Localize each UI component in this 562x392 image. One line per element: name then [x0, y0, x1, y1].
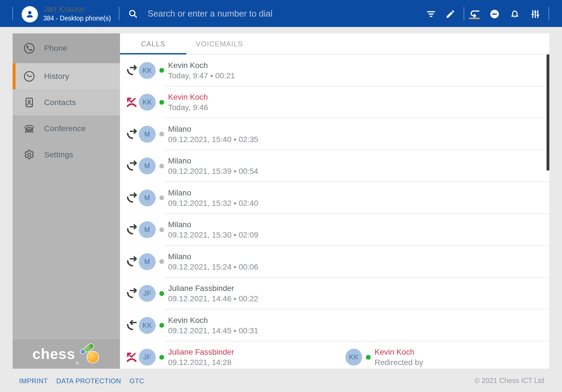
outgoing-call-icon — [125, 64, 138, 77]
outgoing-call-icon — [125, 287, 138, 300]
sidebar-item-label: Settings — [44, 150, 73, 159]
calls-list: KKKevin KochToday, 9:47 • 00:21KKKevin K… — [120, 54, 549, 369]
presence-dot — [159, 68, 164, 73]
app-header: Jan Krause 384 - Desktop phone(s) — [0, 0, 562, 27]
outgoing-call-icon — [125, 159, 138, 172]
contact-avatar: KK — [139, 317, 156, 334]
call-log-row[interactable]: MMilano09.12.2021, 15:40 • 02:35 — [120, 118, 549, 150]
do-not-disturb-icon[interactable] — [488, 8, 501, 20]
contact-avatar: M — [139, 221, 156, 238]
sidebar-item-history[interactable]: History — [13, 63, 120, 89]
call-log-row[interactable]: KKKevin KochToday, 9:46 — [120, 86, 549, 118]
contact-avatar: M — [139, 190, 156, 206]
user-avatar[interactable] — [22, 6, 38, 22]
missed-call-icon — [125, 96, 138, 109]
gtc-link[interactable]: GTC — [130, 377, 144, 385]
call-timestamp: Today, 9:47 • 00:21 — [168, 70, 235, 81]
sidebar-item-label: Contacts — [44, 98, 76, 107]
presence-dot — [159, 323, 164, 328]
contact-avatar: KK — [139, 94, 156, 111]
chess-wordmark: chess — [32, 347, 75, 361]
call-log-row[interactable]: KKKevin KochToday, 9:47 • 00:21 — [120, 54, 549, 86]
contact-avatar: M — [139, 158, 156, 174]
sidebar-item-label: History — [44, 72, 69, 81]
call-log-row[interactable]: MMilano09.12.2021, 15:39 • 00:54 — [120, 150, 549, 182]
sidebar-item-settings[interactable]: Settings — [13, 142, 120, 168]
outgoing-call-icon — [125, 223, 138, 236]
person-icon — [24, 9, 35, 20]
conference-icon — [23, 122, 36, 135]
user-device: 384 - Desktop phone(s) — [43, 14, 111, 22]
contact-name: Milano — [168, 188, 258, 198]
tab-calls[interactable]: CALLS — [120, 33, 186, 54]
contact-name: Kevin Koch — [375, 347, 423, 357]
contacts-icon — [23, 96, 36, 109]
call-timestamp: 09.12.2021, 14:46 • 00:22 — [168, 293, 258, 304]
contact-name: Kevin Koch — [168, 315, 258, 325]
contact-avatar: JF — [139, 285, 156, 302]
contact-name: Milano — [168, 124, 258, 134]
redirect-info: KKKevin KochRedirected by — [345, 341, 423, 369]
sidebar-item-label: Phone — [44, 44, 67, 53]
tune-icon[interactable] — [529, 8, 541, 20]
contact-name: Juliane Fassbinder — [168, 283, 258, 293]
search-input[interactable] — [147, 6, 407, 21]
footer-links: IMPRINT DATA PROTECTION GTC — [19, 377, 144, 385]
contact-name: Juliane Fassbinder — [168, 347, 234, 357]
call-redirect-active-underline — [469, 18, 480, 19]
edit-icon[interactable] — [444, 8, 457, 20]
call-log-row[interactable]: MMilano09.12.2021, 15:24 • 00:06 — [120, 246, 549, 278]
sidebar-item-phone[interactable]: Phone — [13, 33, 120, 63]
settings-icon — [23, 148, 36, 161]
contact-name: Milano — [168, 251, 258, 262]
user-name: Jan Krause — [43, 4, 111, 14]
contact-name: Milano — [168, 219, 258, 230]
presence-dot — [159, 100, 164, 105]
contact-name: Kevin Koch — [168, 92, 208, 102]
presence-dot — [159, 227, 164, 232]
call-log-row[interactable]: JFJuliane Fassbinder09.12.2021, 14:46 • … — [120, 278, 549, 310]
notifications-icon[interactable] — [509, 8, 521, 20]
imprint-link[interactable]: IMPRINT — [19, 377, 48, 385]
contact-name: Kevin Koch — [168, 60, 235, 70]
contact-avatar: KK — [345, 349, 362, 366]
history-icon — [23, 70, 36, 83]
scrollbar-thumb[interactable] — [547, 54, 549, 170]
call-timestamp: 09.12.2021, 15:40 • 02:35 — [168, 134, 258, 145]
header-divider — [464, 7, 464, 20]
main-panel: CALLS VOICEMAILS KKKevin KochToday, 9:47… — [120, 33, 549, 369]
presence-dot — [159, 195, 164, 200]
user-info: Jan Krause 384 - Desktop phone(s) — [43, 4, 111, 22]
sidebar-item-label: Conference — [44, 124, 86, 133]
tab-bar: CALLS VOICEMAILS — [120, 33, 549, 54]
call-log-row[interactable]: JFJuliane Fassbinder09.12.2021, 14:28KKK… — [120, 341, 549, 369]
call-log-row[interactable]: KKKevin Koch09.12.2021, 14:45 • 00:31 — [120, 309, 549, 341]
contact-avatar: JF — [139, 349, 156, 366]
presence-dot — [159, 259, 164, 264]
contact-name: Milano — [168, 156, 258, 166]
outgoing-call-icon — [125, 128, 138, 141]
call-log-row[interactable]: MMilano09.12.2021, 15:30 • 02:09 — [120, 214, 549, 246]
outgoing-call-icon — [125, 255, 138, 268]
presence-dot — [159, 164, 164, 168]
presence-dot — [159, 291, 164, 296]
call-log-row[interactable]: MMilano09.12.2021, 15:32 • 02:40 — [120, 182, 549, 214]
contact-avatar: M — [139, 253, 156, 270]
data-protection-link[interactable]: DATA PROTECTION — [56, 377, 121, 385]
copyright-text: © 2021 Chess ICT Ltd — [475, 377, 544, 385]
phone-icon — [23, 42, 36, 55]
tab-voicemails[interactable]: VOICEMAILS — [186, 33, 253, 54]
chess-logo-molecule-icon — [80, 343, 100, 365]
call-timestamp: 09.12.2021, 15:39 • 00:54 — [168, 166, 258, 176]
header-divider — [549, 7, 549, 20]
presence-dot — [159, 132, 164, 136]
sidebar-nav: Phone History Contacts — [13, 33, 120, 369]
sidebar-item-conference[interactable]: Conference — [13, 115, 120, 142]
call-timestamp: Today, 9:46 — [168, 102, 208, 113]
chess-logo: chess ® — [13, 338, 120, 369]
contact-avatar: KK — [139, 62, 156, 79]
filter-icon[interactable] — [425, 8, 437, 20]
sidebar-item-contacts[interactable]: Contacts — [13, 89, 120, 115]
header-divider — [12, 7, 13, 20]
call-timestamp: 09.12.2021, 15:24 • 00:06 — [168, 262, 258, 272]
